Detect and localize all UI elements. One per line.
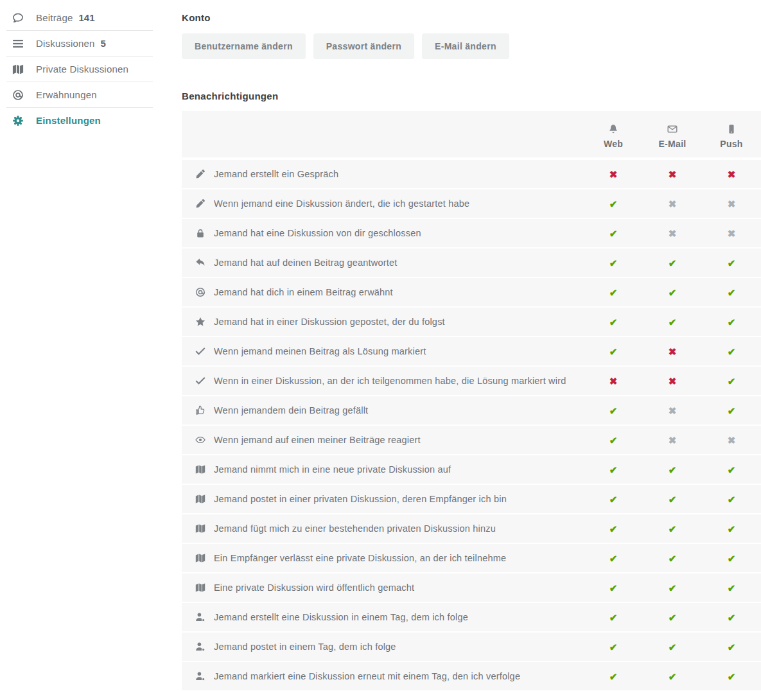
toggle-email[interactable]: ✖ [643,170,702,179]
notification-row: Wenn jemand eine Diskussion ändert, die … [182,189,761,218]
toggle-web[interactable]: ✔ [584,554,643,563]
toggle-web[interactable]: ✔ [584,465,643,475]
toggle-email[interactable]: ✖ [643,347,702,356]
user-tag-icon [195,671,206,681]
sidebar-item-private-discussions[interactable]: Private Diskussionen [6,57,153,82]
notification-row: Eine private Diskussion wird öffentlich … [182,573,761,602]
bell-icon [608,124,618,134]
toggle-push[interactable]: ✔ [702,524,761,534]
toggle-push[interactable]: ✔ [702,583,761,593]
notification-settings-table: WebE-MailPush Jemand erstellt ein Gesprä… [182,111,761,690]
toggle-push[interactable]: ✔ [702,613,761,622]
notification-row-label: Eine private Diskussion wird öffentlich … [182,574,584,601]
toggle-email[interactable]: ✔ [643,494,702,504]
toggle-email[interactable]: ✖ [643,435,702,445]
sidebar-item-posts[interactable]: Beiträge141 [6,5,153,31]
toggle-web[interactable]: ✖ [584,376,643,386]
map-icon [12,64,24,75]
toggle-web[interactable]: ✔ [584,672,643,681]
notification-row-label: Wenn in einer Diskussion, an der ich tei… [182,367,584,394]
toggle-email[interactable]: ✔ [643,524,702,534]
sidebar-item-label: Erwähnungen [36,89,97,100]
toggle-email[interactable]: ✔ [643,554,702,563]
toggle-email[interactable]: ✖ [643,229,702,238]
toggle-push[interactable]: ✔ [702,258,761,268]
toggle-email[interactable]: ✖ [643,199,702,209]
check-icon [195,376,206,386]
toggle-web[interactable]: ✔ [584,288,643,297]
toggle-email[interactable]: ✔ [643,465,702,475]
map-icon [195,464,206,475]
sidebar-item-label: Beiträge [36,12,73,23]
toggle-email[interactable]: ✔ [643,672,702,681]
toggle-push[interactable]: ✔ [702,672,761,681]
toggle-web[interactable]: ✔ [584,613,643,622]
toggle-email[interactable]: ✔ [643,642,702,652]
column-header-label: Push [720,139,742,149]
sidebar-item-discussions[interactable]: Diskussionen5 [6,31,153,57]
map-icon [195,523,206,534]
toggle-web[interactable]: ✔ [584,258,643,268]
notification-row: Ein Empfänger verlässt eine private Disk… [182,544,761,572]
map-icon [195,582,206,593]
notifications-section-heading: Benachrichtigungen [182,91,761,101]
notification-row-label: Wenn jemand eine Diskussion ändert, die … [182,190,584,217]
toggle-email[interactable]: ✔ [643,583,702,593]
toggle-push[interactable]: ✖ [702,229,761,238]
sidebar-item-count: 5 [101,38,106,49]
toggle-push[interactable]: ✔ [702,347,761,356]
toggle-web[interactable]: ✔ [584,583,643,593]
toggle-web[interactable]: ✔ [584,524,643,534]
notification-row: Jemand hat auf deinen Beitrag geantworte… [182,249,761,277]
sidebar-item-settings[interactable]: Einstellungen [6,108,153,133]
toggle-push[interactable]: ✔ [702,406,761,416]
toggle-web[interactable]: ✔ [584,317,643,327]
notification-row-label: Jemand hat eine Diskussion von dir gesch… [182,220,584,247]
column-header-label: Web [604,139,623,149]
user-tag-icon [195,642,206,652]
sidebar-item-count: 141 [78,12,94,23]
toggle-email[interactable]: ✖ [643,376,702,386]
toggle-web[interactable]: ✖ [584,170,643,179]
notification-row-label: Wenn jemandem dein Beitrag gefällt [182,397,584,424]
notification-row-label: Jemand postet in einem Tag, dem ich folg… [182,633,584,660]
toggle-email[interactable]: ✔ [643,288,702,297]
toggle-web[interactable]: ✔ [584,229,643,238]
toggle-web[interactable]: ✔ [584,406,643,416]
sidebar-item-mentions[interactable]: Erwähnungen [6,82,153,108]
toggle-web[interactable]: ✔ [584,435,643,445]
notification-row-label: Jemand erstellt ein Gespräch [182,161,584,188]
toggle-email[interactable]: ✔ [643,613,702,622]
toggle-email[interactable]: ✖ [643,406,702,416]
toggle-email[interactable]: ✔ [643,258,702,268]
toggle-push[interactable]: ✖ [702,435,761,445]
toggle-web[interactable]: ✔ [584,642,643,652]
toggle-push[interactable]: ✔ [702,554,761,563]
settings-page: Konto Benutzername ändernPasswort ändern… [182,0,761,692]
toggle-web[interactable]: ✔ [584,347,643,356]
settings-sidebar: Beiträge141Diskussionen5Private Diskussi… [6,5,153,133]
change-email-button[interactable]: E-Mail ändern [422,33,509,59]
change-username-button[interactable]: Benutzername ändern [182,33,306,59]
toggle-push[interactable]: ✔ [702,317,761,327]
notification-row: Jemand postet in einer privaten Diskussi… [182,485,761,513]
toggle-push[interactable]: ✖ [702,170,761,179]
toggle-push[interactable]: ✖ [702,199,761,209]
toggle-push[interactable]: ✔ [702,642,761,652]
pencil-icon [195,169,206,179]
notification-row: Jemand erstellt eine Diskussion in einem… [182,603,761,631]
toggle-web[interactable]: ✔ [584,199,643,209]
toggle-push[interactable]: ✔ [702,465,761,475]
lock-icon [195,228,206,238]
toggle-web[interactable]: ✔ [584,494,643,504]
toggle-email[interactable]: ✔ [643,317,702,327]
notification-row: Jemand postet in einem Tag, dem ich folg… [182,633,761,661]
toggle-push[interactable]: ✔ [702,376,761,386]
notification-table-header: WebE-MailPush [182,111,761,157]
notification-row: Wenn jemand auf einen meiner Beiträge re… [182,426,761,454]
change-password-button[interactable]: Passwort ändern [313,33,414,59]
account-section-heading: Konto [182,0,761,23]
toggle-push[interactable]: ✔ [702,494,761,504]
notification-row-label: Jemand erstellt eine Diskussion in einem… [182,604,584,631]
toggle-push[interactable]: ✔ [702,288,761,297]
